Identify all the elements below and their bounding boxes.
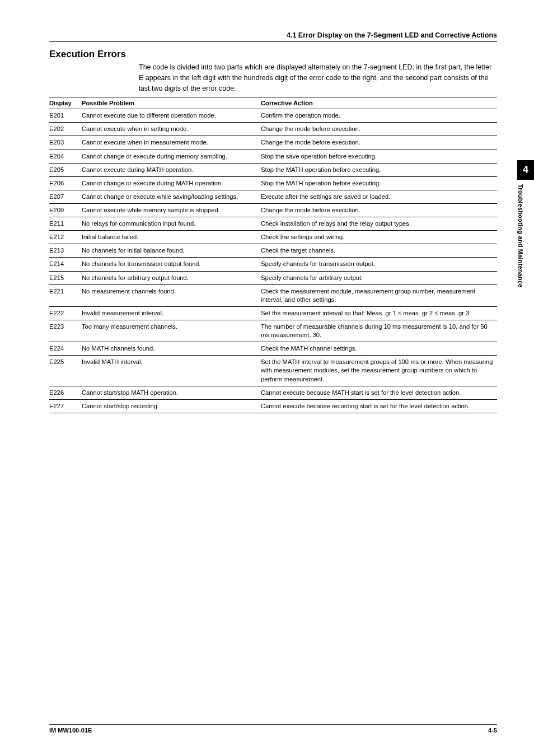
cell-action: Confirm the operation mode. — [261, 109, 497, 123]
cell-problem: Cannot execute during MATH operation. — [82, 163, 261, 176]
section-intro: The code is divided into two parts which… — [139, 62, 497, 94]
cell-display: E205 — [49, 163, 82, 176]
th-problem: Possible Problem — [82, 97, 261, 109]
cell-display: E224 — [49, 342, 82, 356]
cell-problem: Too many measurement channels. — [82, 320, 261, 342]
cell-action: Stop the MATH operation before executing… — [261, 163, 497, 176]
cell-problem: No MATH channels found. — [82, 342, 261, 356]
table-row: E203Cannot execute when in measurement m… — [49, 136, 497, 150]
cell-problem: Cannot change or execute during MATH ope… — [82, 176, 261, 190]
cell-action: Change the mode before execution. — [261, 204, 497, 217]
footer-left: IM MW100-01E — [49, 727, 92, 734]
cell-display: E212 — [49, 231, 82, 244]
cell-display: E225 — [49, 356, 82, 386]
cell-action: The number of measurable channels during… — [261, 320, 497, 342]
cell-action: Check installation of relays and the rel… — [261, 217, 497, 231]
cell-display: E226 — [49, 386, 82, 399]
cell-action: Set the measurement interval so that: Me… — [261, 306, 497, 320]
th-action: Corrective Action — [261, 97, 497, 109]
cell-problem: Cannot execute when in measurement mode. — [82, 136, 261, 150]
cell-problem: Cannot start/stop recording. — [82, 399, 261, 413]
th-display: Display — [49, 97, 82, 109]
cell-action: Cannot execute because recording start i… — [261, 399, 497, 413]
cell-action: Check the MATH channel settings. — [261, 342, 497, 356]
table-row: E226Cannot start/stop MATH operation.Can… — [49, 386, 497, 399]
cell-display: E227 — [49, 399, 82, 413]
cell-action: Change the mode before execution. — [261, 123, 497, 136]
cell-action: Stop the save operation before executing… — [261, 150, 497, 163]
cell-problem: Cannot change or execute during memory s… — [82, 150, 261, 163]
cell-display: E213 — [49, 244, 82, 258]
cell-action: Execute after the settings are saved or … — [261, 190, 497, 203]
side-tab-text: Troubleshooting and Maintenance — [517, 180, 528, 288]
error-table: Display Possible Problem Corrective Acti… — [49, 97, 497, 413]
cell-problem: No channels for initial balance found. — [82, 244, 261, 258]
cell-display: E202 — [49, 123, 82, 136]
cell-problem: Cannot change or execute while saving/lo… — [82, 190, 261, 203]
cell-display: E203 — [49, 136, 82, 150]
cell-display: E211 — [49, 217, 82, 231]
cell-problem: Cannot execute when in setting mode. — [82, 123, 261, 136]
table-row: E201Cannot execute due to different oper… — [49, 109, 497, 123]
cell-problem: Cannot execute while memory sample is st… — [82, 204, 261, 217]
table-row: E215No channels for arbitrary output fou… — [49, 271, 497, 284]
table-row: E212Initial balance failed.Check the set… — [49, 231, 497, 244]
cell-action: Change the mode before execution. — [261, 136, 497, 150]
cell-action: Cannot execute because MATH start is set… — [261, 386, 497, 399]
table-row: E223Too many measurement channels.The nu… — [49, 320, 497, 342]
cell-display: E222 — [49, 306, 82, 320]
section-title: Execution Errors — [49, 49, 497, 60]
cell-action: Check the settings and wiring. — [261, 231, 497, 244]
table-row: E204Cannot change or execute during memo… — [49, 150, 497, 163]
table-row: E207Cannot change or execute while savin… — [49, 190, 497, 203]
table-row: E227Cannot start/stop recording.Cannot e… — [49, 399, 497, 413]
cell-problem: Cannot execute due to different operatio… — [82, 109, 261, 123]
cell-action: Check the target channels. — [261, 244, 497, 258]
cell-action: Set the MATH interval to measurement gro… — [261, 356, 497, 386]
table-row: E202Cannot execute when in setting mode.… — [49, 123, 497, 136]
cell-display: E215 — [49, 271, 82, 284]
cell-display: E214 — [49, 258, 82, 271]
cell-display: E207 — [49, 190, 82, 203]
cell-display: E209 — [49, 204, 82, 217]
cell-display: E223 — [49, 320, 82, 342]
cell-problem: Invalid MATH interval. — [82, 356, 261, 386]
table-row: E213No channels for initial balance foun… — [49, 244, 497, 258]
cell-problem: No measurement channels found. — [82, 284, 261, 306]
cell-action: Check the measurement module, measuremen… — [261, 284, 497, 306]
cell-display: E204 — [49, 150, 82, 163]
table-row: E206Cannot change or execute during MATH… — [49, 176, 497, 190]
table-row: E214No channels for transmission output … — [49, 258, 497, 271]
cell-action: Specify channels for transmission output… — [261, 258, 497, 271]
cell-action: Specify channels for arbitrary output. — [261, 271, 497, 284]
cell-problem: No channels for transmission output foun… — [82, 258, 261, 271]
cell-problem: No channels for arbitrary output found. — [82, 271, 261, 284]
table-row: E209Cannot execute while memory sample i… — [49, 204, 497, 217]
cell-display: E206 — [49, 176, 82, 190]
table-row: E205Cannot execute during MATH operation… — [49, 163, 497, 176]
table-row: E211No relays for communication input fo… — [49, 217, 497, 231]
cell-problem: Invalid measurement interval. — [82, 306, 261, 320]
cell-problem: Initial balance failed. — [82, 231, 261, 244]
cell-display: E201 — [49, 109, 82, 123]
table-row: E221No measurement channels found.Check … — [49, 284, 497, 306]
side-tab-number: 4 — [517, 160, 534, 180]
table-row: E222Invalid measurement interval.Set the… — [49, 306, 497, 320]
cell-problem: Cannot start/stop MATH operation. — [82, 386, 261, 399]
section-header: 4.1 Error Display on the 7-Segment LED a… — [49, 31, 497, 42]
table-row: E225Invalid MATH interval.Set the MATH i… — [49, 356, 497, 386]
cell-action: Stop the MATH operation before executing… — [261, 176, 497, 190]
page-footer: IM MW100-01E 4-5 — [49, 724, 497, 734]
footer-right: 4-5 — [488, 727, 497, 734]
table-row: E224No MATH channels found.Check the MAT… — [49, 342, 497, 356]
cell-display: E221 — [49, 284, 82, 306]
side-tab: 4 Troubleshooting and Maintenance — [517, 160, 534, 288]
cell-problem: No relays for communication input found. — [82, 217, 261, 231]
